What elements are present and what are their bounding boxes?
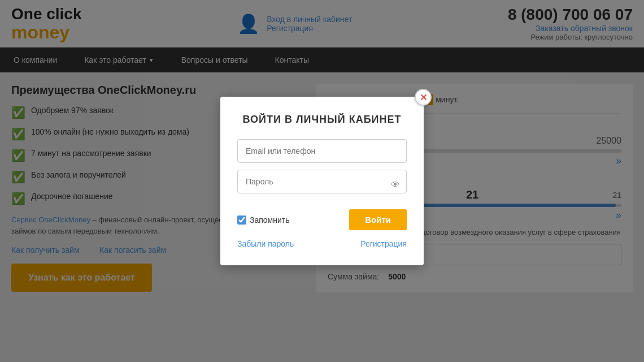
login-button[interactable]: Войти [349,209,407,230]
email-field[interactable] [237,139,407,163]
modal-overlay[interactable]: ✕ ВОЙТИ В ЛИЧНЫЙ КАБИНЕТ 👁 Запомнить Вой… [0,0,644,304]
eye-icon[interactable]: 👁 [391,180,400,190]
modal-register-link[interactable]: Регистрация [360,239,407,248]
modal-links: Забыли пароль Регистрация [237,239,407,248]
password-wrapper: 👁 [237,170,407,200]
remember-checkbox[interactable] [237,216,246,225]
forgot-password-link[interactable]: Забыли пароль [237,239,294,248]
remember-text: Запомнить [250,216,290,225]
modal-close-button[interactable]: ✕ [415,89,432,106]
remember-label[interactable]: Запомнить [237,216,290,225]
modal-title: ВОЙТИ В ЛИЧНЫЙ КАБИНЕТ [237,114,407,126]
password-field[interactable] [237,170,407,193]
modal-actions: Запомнить Войти [237,209,407,230]
login-modal: ✕ ВОЙТИ В ЛИЧНЫЙ КАБИНЕТ 👁 Запомнить Вой… [220,97,424,265]
